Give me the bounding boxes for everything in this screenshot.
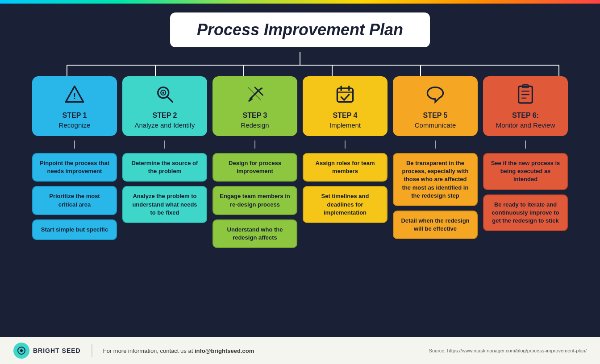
step-name-3: Redesign: [218, 121, 292, 129]
step-name-4: Implement: [308, 121, 382, 129]
svg-point-29: [20, 349, 23, 352]
sub-card-6-2: Be ready to iterate and continuously imp…: [483, 194, 568, 232]
step-header-3: STEP 3 Redesign: [212, 76, 297, 136]
sub-card-5-2: Detail when the redesign will be effecti…: [393, 211, 478, 239]
main-content: Process Improvement Plan: [0, 4, 600, 252]
sub-card-5-1: Be transparent in the process, especiall…: [393, 153, 478, 206]
title-box: Process Improvement Plan: [170, 12, 430, 47]
footer: BRIGHT SEED For more information, contac…: [0, 337, 600, 364]
step-col-6: STEP 6: Monitor and Review See if the ne…: [483, 76, 568, 231]
bright-seed-icon: [17, 346, 26, 355]
sub-card-2-1: Determine the source of the problem: [122, 153, 207, 182]
step-connector-1: [74, 141, 75, 149]
sub-card-4-1: Assign roles for team members: [303, 153, 388, 182]
svg-text:!: !: [73, 91, 76, 101]
step-header-6: STEP 6: Monitor and Review: [483, 76, 568, 136]
steps-row: ! STEP 1 Recognize Pinpoint the process …: [13, 76, 587, 248]
step-name-1: Recognize: [38, 121, 112, 129]
step-icon-6: [488, 84, 562, 108]
sub-card-1-1: Pinpoint the process that needs improvem…: [32, 153, 117, 182]
sub-card-1-2: Prioritize the most critical area: [32, 186, 117, 215]
step-col-1: ! STEP 1 Recognize Pinpoint the process …: [32, 76, 117, 240]
step-name-5: Communicate: [398, 121, 472, 129]
top-bar: [0, 0, 600, 4]
brand-name: BRIGHT SEED: [33, 347, 81, 354]
page-title: Process Improvement Plan: [197, 21, 403, 39]
step-label-1: STEP 1: [38, 112, 112, 120]
svg-line-11: [167, 97, 173, 102]
step-label-2: STEP 2: [128, 112, 202, 120]
step-connector-3: [254, 141, 255, 149]
step-connector-6: [525, 141, 526, 149]
sub-card-6-1: See if the new process is being executed…: [483, 153, 568, 190]
sub-card-3-2: Engage team members in re-design process: [212, 186, 297, 215]
sub-card-2-2: Analyze the problem to understand what n…: [122, 186, 207, 223]
svg-line-15: [259, 88, 262, 90]
footer-logo: BRIGHT SEED: [13, 343, 81, 359]
svg-line-14: [250, 90, 259, 99]
step-header-2: STEP 2 Analyze and Identify: [122, 76, 207, 136]
step-header-4: STEP 4 Implement: [303, 76, 388, 136]
step-header-5: STEP 5 Communicate: [393, 76, 478, 136]
step-col-4: STEP 4 Implement Assign roles for team m…: [303, 76, 388, 223]
step-label-4: STEP 4: [308, 112, 382, 120]
tree-connector: [25, 52, 575, 76]
step-connector-5: [435, 141, 436, 149]
step-col-2: STEP 2 Analyze and Identify Determine th…: [122, 76, 207, 223]
step-connector-2: [164, 141, 165, 149]
step-icon-3: [218, 84, 292, 108]
sub-card-3-1: Design for process improvement: [212, 153, 297, 182]
title-container: Process Improvement Plan: [13, 12, 587, 47]
step-header-1: ! STEP 1 Recognize: [32, 76, 117, 136]
step-label-6: STEP 6:: [488, 112, 562, 120]
footer-divider: [92, 344, 92, 357]
sub-card-3-3: Understand who the redesign affects: [212, 219, 297, 248]
step-name-2: Analyze and Identify: [128, 121, 202, 129]
svg-point-13: [162, 92, 164, 94]
step-icon-2: [128, 84, 202, 108]
diagram-wrapper: ! STEP 1 Recognize Pinpoint the process …: [13, 52, 587, 248]
sub-card-1-3: Start simple but specific: [32, 219, 117, 240]
footer-logo-circle: [13, 343, 29, 359]
step-label-3: STEP 3: [218, 112, 292, 120]
footer-contact-email[interactable]: info@brightseed.com: [195, 347, 254, 354]
step-col-5: STEP 5 Communicate Be transparent in the…: [393, 76, 478, 239]
step-icon-1: !: [38, 84, 112, 108]
step-icon-5: [398, 84, 472, 108]
step-name-6: Monitor and Review: [488, 121, 562, 129]
footer-contact: For more information, contact us at info…: [103, 347, 254, 354]
footer-source: Source: https://www.ntaskmanager.com/blo…: [429, 348, 587, 353]
sub-card-4-2: Set timelines and deadlines for implemen…: [303, 186, 388, 223]
step-connector-4: [345, 141, 346, 149]
step-col-3: STEP 3 Redesign Design for process impro…: [212, 76, 297, 248]
step-icon-4: [308, 84, 382, 108]
tree-svg: [25, 52, 575, 76]
footer-contact-prefix: For more information, contact us at: [103, 347, 195, 354]
step-label-5: STEP 5: [398, 112, 472, 120]
